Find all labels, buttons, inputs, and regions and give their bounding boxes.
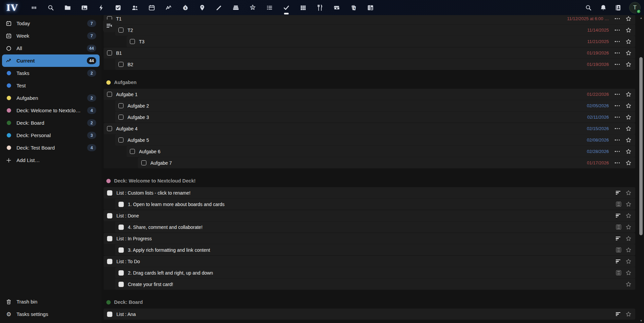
task-menu-dots[interactable] [613,94,621,95]
favorite-star-icon[interactable] [625,125,632,132]
sidebar-item-all[interactable]: All44 [2,42,100,54]
scroll-down-arrow[interactable]: ▼ [639,319,643,322]
due-date[interactable]: 02/11/2026 [587,115,609,120]
app-contacts-icon[interactable] [131,4,139,11]
task-row[interactable]: 1. Open to learn more about boards and c… [115,199,635,210]
due-date[interactable]: 01/19/2026 [587,62,609,67]
app-money-icon[interactable]: $ [182,4,189,11]
favorite-star-icon[interactable] [625,258,632,265]
app-maps-icon[interactable] [199,4,206,11]
task-checkbox[interactable] [107,312,112,317]
task-checkbox[interactable] [107,236,112,241]
task-row[interactable]: Aufgabe 302/11/2026 [115,112,635,123]
sidebar-item-today[interactable]: Today7 [2,17,100,30]
sidebar-trash-bin[interactable]: Trash bin [2,295,100,308]
task-row[interactable]: Aufgabe 701/17/2026 [138,157,635,168]
favorite-star-icon[interactable] [625,61,632,68]
favorite-star-icon[interactable] [625,224,632,231]
task-menu-dots[interactable] [613,139,621,140]
app-recommendations-icon[interactable]: C [249,4,256,11]
task-menu-dots[interactable] [613,128,621,129]
sidebar-item-deck-personal[interactable]: Deck: Personal3 [2,129,100,142]
due-date[interactable]: 01/22/2026 [587,92,609,97]
task-checkbox[interactable] [107,50,112,55]
due-date[interactable]: 11/12/2025 at 6:00 … [567,16,609,21]
sidebar-item-tasks[interactable]: Tasks2 [2,67,100,79]
favorite-star-icon[interactable] [625,270,632,276]
favorite-star-icon[interactable] [625,15,632,22]
task-menu-dots[interactable] [613,41,621,42]
task-row[interactable]: Aufgabe 101/22/2026 [104,89,635,100]
app-deck-icon[interactable] [232,4,240,11]
due-date[interactable]: 02/28/2026 [587,149,609,154]
favorite-star-icon[interactable] [625,91,632,98]
favorite-star-icon[interactable] [625,27,632,34]
collapse-sidebar-button[interactable] [103,19,116,32]
task-row[interactable]: B101/19/2026 [104,47,635,58]
task-checkbox[interactable] [118,202,124,207]
task-menu-dots[interactable] [613,105,621,106]
task-row[interactable]: B201/19/2026 [115,59,635,70]
task-checkbox[interactable] [118,103,123,108]
app-search-icon[interactable] [47,4,55,11]
task-checkbox[interactable] [107,126,112,131]
scroll-up-arrow[interactable]: ▲ [639,16,643,19]
favorite-star-icon[interactable] [625,311,632,318]
app-cash-icon[interactable] [333,4,341,11]
task-checkbox[interactable] [118,62,123,67]
due-date[interactable]: 01/17/2026 [587,160,609,165]
due-date[interactable]: 02/15/2026 [587,126,609,131]
nextcloud-logo[interactable]: IV [0,3,24,13]
task-row[interactable]: T311/21/2025 [127,36,635,47]
task-row[interactable]: Aufgabe 402/15/2026 [104,123,635,134]
favorite-star-icon[interactable] [625,201,632,208]
task-checkbox[interactable] [107,190,112,196]
favorite-star-icon[interactable] [625,38,632,45]
task-row[interactable]: T111/12/2025 at 6:00 … [104,15,635,24]
favorite-star-icon[interactable] [625,148,632,155]
sidebar-item-current[interactable]: Current44 [2,54,100,67]
due-date[interactable]: 02/08/2026 [587,137,609,143]
sidebar-item-week[interactable]: Week7 [2,30,100,42]
due-date[interactable]: 11/14/2025 [587,28,609,33]
task-row[interactable]: List : Ana [104,309,635,320]
app-dashboard-icon[interactable] [30,4,38,11]
due-date[interactable]: 11/21/2025 [587,39,609,44]
task-row[interactable]: Aufgabe 502/08/2026 [115,134,635,146]
task-menu-dots[interactable] [613,18,621,19]
task-checkbox[interactable] [118,115,123,120]
task-row[interactable]: Create your first card! [115,279,635,290]
due-date[interactable]: 02/05/2026 [587,103,609,108]
app-activity-icon[interactable] [98,4,105,11]
sidebar-item-deck-welcome-to-nextclou[interactable]: Deck: Welcome to Nextclou…4 [2,104,100,117]
task-row[interactable]: T211/14/2025 [115,25,635,36]
sidebar-item-add-list[interactable]: Add List… [2,154,100,166]
task-row[interactable]: Aufgabe 602/28/2026 [127,146,635,157]
task-checkbox[interactable] [130,149,135,154]
task-row[interactable]: List : Done [104,210,635,221]
task-menu-dots[interactable] [613,162,621,163]
favorite-star-icon[interactable] [625,190,632,196]
sidebar-item-aufgaben[interactable]: Aufgaben2 [2,92,100,104]
app-tables-icon[interactable] [299,4,307,11]
task-checkbox[interactable] [118,270,124,276]
favorite-star-icon[interactable] [625,137,632,144]
scrollbar-thumb[interactable] [639,57,643,235]
task-checkbox[interactable] [118,225,124,230]
app-whiteboard-icon[interactable] [367,4,374,11]
app-analytics-icon[interactable] [165,4,172,11]
sidebar-tasks-settings[interactable]: ⚙Tasks settings [2,308,100,320]
scrollbar[interactable]: ▲ ▼ [639,16,643,323]
app-calendar-icon[interactable] [148,4,155,11]
app-checked-tasks-icon[interactable] [114,4,122,11]
favorite-star-icon[interactable] [625,212,632,219]
task-checkbox[interactable] [107,259,112,264]
task-row[interactable]: List : To Do [104,256,635,267]
app-photos-icon[interactable] [81,4,88,11]
app-cookbook-icon[interactable] [316,4,324,11]
favorite-star-icon[interactable] [625,114,632,121]
task-checkbox[interactable] [118,137,123,143]
favorite-star-icon[interactable] [625,103,632,109]
task-checkbox[interactable] [130,39,135,44]
task-row[interactable]: 3. Apply rich formatting and link conten… [115,244,635,255]
